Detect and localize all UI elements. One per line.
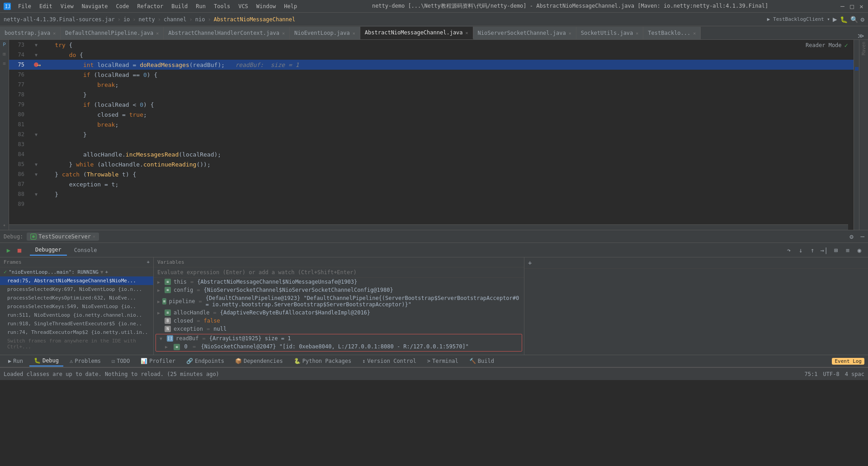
- run-to-cursor-button[interactable]: →|: [819, 245, 829, 255]
- menu-view[interactable]: View: [57, 2, 77, 10]
- menu-run[interactable]: Run: [192, 2, 209, 10]
- search-button[interactable]: 🔍: [850, 16, 858, 23]
- bookmark-icon[interactable]: ⊞: [3, 51, 6, 57]
- var-this-expand[interactable]: ▶: [157, 280, 163, 285]
- minimize-button[interactable]: ─: [840, 3, 845, 9]
- frames-add-button[interactable]: +: [146, 259, 150, 265]
- tab-achc-close[interactable]: ✕: [282, 31, 285, 36]
- tab-socketutils[interactable]: SocketUtils.java ✕: [576, 27, 644, 39]
- bottom-tab-build[interactable]: 🔨 Build: [465, 356, 499, 366]
- fold-icon-88[interactable]: ▼: [35, 192, 38, 197]
- tab-abstractniomessagechannel[interactable]: AbstractNioMessageChannel.java ✕: [360, 27, 473, 39]
- breadcrumb-io[interactable]: io: [123, 16, 130, 23]
- frame-add-watch[interactable]: +: [105, 269, 108, 275]
- var-config-expand[interactable]: ▶: [157, 288, 163, 293]
- structure-icon[interactable]: ≡: [3, 61, 6, 67]
- status-indent[interactable]: 4 spac: [845, 371, 864, 377]
- frame-item-4[interactable]: run:511, NioEventLoop {io.netty.channel.…: [0, 311, 153, 319]
- editor-vertical-scrollbar[interactable]: [854, 40, 859, 230]
- tab-nioserversocketchannel[interactable]: NioServerSocketChannel.java ✕: [473, 27, 576, 39]
- bottom-tab-endpoints[interactable]: 🔗 Endpoints: [182, 356, 229, 366]
- debug-tab-console[interactable]: Console: [69, 245, 103, 255]
- menu-navigate[interactable]: Navigate: [78, 2, 112, 10]
- tab-bootstrap[interactable]: bootstrap.java ✕: [0, 27, 61, 39]
- breadcrumb-channel[interactable]: channel: [164, 16, 187, 23]
- frame-filter-icon[interactable]: ▼: [100, 269, 104, 275]
- event-log-badge[interactable]: Event Log: [832, 358, 864, 365]
- tab-nel-close[interactable]: ✕: [353, 31, 355, 36]
- menu-build[interactable]: Build: [168, 2, 191, 10]
- tab-nssc-close[interactable]: ✕: [569, 31, 571, 36]
- status-position[interactable]: 75:1: [805, 371, 818, 377]
- tab-anmc-close[interactable]: ✕: [466, 30, 468, 35]
- var-pipeline-expand[interactable]: ▶: [157, 299, 160, 304]
- bottom-tab-debug[interactable]: 🐛 Debug: [29, 356, 63, 366]
- menu-tools[interactable]: Tools: [210, 2, 234, 10]
- tab-su-close[interactable]: ✕: [636, 31, 638, 36]
- restore-button[interactable]: □: [849, 3, 855, 9]
- var-allochandle-expand[interactable]: ▶: [157, 310, 163, 315]
- debug-tab-debugger[interactable]: Debugger: [30, 245, 67, 256]
- maven-tab[interactable]: Maven: [861, 42, 866, 55]
- evaluate-button[interactable]: ⊞: [831, 245, 841, 255]
- watch-input[interactable]: Evaluate expression (Enter) or add a wat…: [154, 267, 524, 278]
- breadcrumb-netty[interactable]: netty: [139, 16, 155, 23]
- menu-code[interactable]: Code: [113, 2, 133, 10]
- settings-button[interactable]: ⚙: [861, 16, 864, 23]
- bottom-tab-python-packages[interactable]: 🐍 Python Packages: [289, 356, 356, 366]
- stop-button[interactable]: ■: [14, 245, 24, 255]
- debug-session[interactable]: TestSourceServer ✕: [27, 233, 99, 241]
- tab-overflow-button[interactable]: ≫: [858, 32, 864, 39]
- step-out-button[interactable]: ↑: [807, 245, 817, 255]
- fold-icon-86[interactable]: ▼: [35, 172, 38, 177]
- tab-abstractchannelhandlercontext[interactable]: AbstractChannelHandlerContext.java ✕: [164, 27, 290, 39]
- tab-dcp-close[interactable]: ✕: [156, 31, 159, 36]
- tab-tb-close[interactable]: ✕: [693, 31, 696, 36]
- fold-icon-74[interactable]: ▼: [35, 52, 38, 57]
- menu-window[interactable]: Window: [253, 2, 279, 10]
- add-watch-button[interactable]: +: [528, 259, 532, 266]
- bottom-tab-problems[interactable]: ⚠ Problems: [65, 356, 105, 366]
- status-encoding[interactable]: UTF-8: [823, 371, 840, 377]
- step-into-button[interactable]: ↓: [796, 245, 806, 255]
- build-icon[interactable]: ✦: [3, 222, 6, 228]
- resume-button[interactable]: ▶: [4, 245, 14, 255]
- run-button[interactable]: ▶: [833, 15, 837, 24]
- step-over-button[interactable]: ↷: [784, 245, 794, 255]
- bottom-tab-run[interactable]: ▶ Run: [4, 356, 28, 366]
- bottom-tab-terminal[interactable]: > Terminal: [423, 356, 463, 366]
- debug-settings-icon[interactable]: ⚙: [849, 233, 853, 240]
- breadcrumb-jar[interactable]: netty-all-4.1.39.Final-sources.jar: [4, 16, 115, 23]
- debug-button[interactable]: 🐛: [840, 16, 848, 23]
- var-readbuf-expand[interactable]: ▼: [160, 336, 165, 341]
- fold-icon-85[interactable]: ▼: [35, 162, 38, 167]
- tab-testbacklog[interactable]: TestBacklo... ✕: [643, 27, 701, 39]
- frame-thread[interactable]: ✓ "nioEventLoop...main": RUNNING ▼ +: [0, 267, 153, 276]
- tab-defaultchannelpipeline[interactable]: DefaultChannelPipeline.java ✕: [61, 27, 164, 39]
- fold-icon-73[interactable]: ▼: [35, 43, 38, 48]
- breadcrumb-nio[interactable]: nio: [195, 16, 205, 23]
- frame-item-0[interactable]: read:75, AbstractNioMessageChannel$NioMe…: [0, 276, 153, 285]
- frame-item-1[interactable]: processSelectedKey:697, NioEventLoop {io…: [0, 285, 153, 294]
- project-icon[interactable]: P: [3, 42, 6, 48]
- frame-item-5[interactable]: run:918, SingleThreadEventExecutor$5 {io…: [0, 319, 153, 328]
- frame-item-6[interactable]: run:74, ThreadExecutorMap$2 {io.netty.ut…: [0, 328, 153, 337]
- fold-icon-82[interactable]: ▼: [35, 132, 38, 137]
- menu-refactor[interactable]: Refactor: [133, 2, 167, 10]
- bottom-tab-todo[interactable]: ☑ TODO: [107, 356, 134, 366]
- frame-item-2[interactable]: processSelectedKeysOptimized:632, NioEve…: [0, 294, 153, 302]
- debug-minimize-icon[interactable]: ─: [861, 233, 864, 240]
- frame-item-3[interactable]: processSelectedKeys:549, NioEventLoop {i…: [0, 302, 153, 311]
- bottom-tab-profiler[interactable]: 📊 Profiler: [136, 356, 180, 366]
- var-readbuf-child-expand[interactable]: ▶: [165, 344, 170, 349]
- reader-mode-check[interactable]: ✓: [844, 42, 848, 49]
- editor-horizontal-scrollbar[interactable]: [9, 224, 848, 230]
- frames-button[interactable]: ≡: [843, 245, 853, 255]
- mute-button[interactable]: ◉: [854, 245, 864, 255]
- tab-bootstrap-close[interactable]: ✕: [53, 31, 56, 36]
- bottom-tab-version-control[interactable]: ↕ Version Control: [358, 356, 421, 366]
- menu-edit[interactable]: Edit: [36, 2, 56, 10]
- breadcrumb-class[interactable]: AbstractNioMessageChannel: [214, 16, 296, 23]
- menu-file[interactable]: File: [14, 2, 35, 10]
- close-button[interactable]: ✕: [859, 3, 864, 9]
